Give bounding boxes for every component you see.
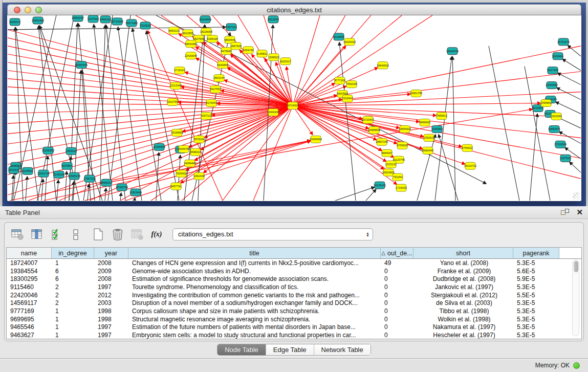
table-cell[interactable]: 1998 xyxy=(94,316,128,323)
graph-edge[interactable] xyxy=(335,187,375,201)
graph-node[interactable]: 1992010 xyxy=(66,147,77,155)
graph-edge[interactable] xyxy=(146,31,179,201)
graph-node[interactable]: 8267110 xyxy=(201,112,212,119)
graph-node[interactable]: 9899695 xyxy=(420,119,430,126)
table-cell[interactable]: Yano et al. (2008) xyxy=(413,259,513,267)
table-cell[interactable]: 0 xyxy=(381,275,413,282)
scrollbar-thumb[interactable] xyxy=(574,261,578,272)
graph-edge[interactable] xyxy=(570,162,581,172)
table-cell[interactable]: Changes of HCN gene expression and I(f) … xyxy=(128,259,381,267)
graph-edge[interactable] xyxy=(118,27,142,201)
graph-node[interactable]: 18226058 xyxy=(200,28,212,35)
graph-node[interactable]: 9466162 xyxy=(100,16,111,23)
graph-node[interactable]: 9146821 xyxy=(257,50,268,57)
graph-edge[interactable] xyxy=(88,184,89,201)
graph-node[interactable]: 7625402 xyxy=(176,170,187,177)
graph-edge[interactable] xyxy=(65,171,67,201)
window-resize-grip[interactable] xyxy=(573,192,580,200)
graph-node[interactable]: 8427552 xyxy=(210,86,221,93)
graph-node[interactable]: 1167531 xyxy=(560,155,571,162)
graph-node[interactable]: 8660123 xyxy=(169,27,180,34)
graph-edge[interactable] xyxy=(558,73,581,85)
graph-node[interactable]: 5878334 xyxy=(194,136,205,143)
graph-node[interactable]: 1691448 xyxy=(194,172,205,180)
graph-node[interactable]: 16671385 xyxy=(125,19,138,27)
graph-node[interactable]: 9227343 xyxy=(548,67,558,74)
table-cell[interactable]: 0 xyxy=(381,299,413,307)
graph-node[interactable]: 3919311 xyxy=(9,166,19,173)
table-cell[interactable]: Tourette syndrome. Phenomenology and cla… xyxy=(128,283,381,291)
table-cell[interactable]: 1998 xyxy=(94,308,128,315)
table-cell[interactable]: 2 xyxy=(52,299,94,307)
graph-edge[interactable] xyxy=(156,152,159,201)
table-cell[interactable]: 1 xyxy=(52,308,94,315)
graph-edge[interactable] xyxy=(8,106,293,144)
graph-node[interactable]: 15046788 xyxy=(178,145,190,152)
graph-node[interactable]: 7955812 xyxy=(437,112,447,119)
graph-edge[interactable] xyxy=(530,114,537,201)
graph-node[interactable]: 8475685 xyxy=(221,48,232,55)
table-cell[interactable]: Estimation of significance thresholds fo… xyxy=(128,275,381,282)
graph-node[interactable]: 1640954 xyxy=(432,125,443,133)
table-cell[interactable]: 1997 xyxy=(94,323,128,331)
table-row[interactable]: 1872400712008Changes of HCN gene express… xyxy=(7,259,581,267)
graph-edge[interactable] xyxy=(339,42,356,201)
graph-edge[interactable] xyxy=(293,92,581,106)
graph-node[interactable]: 15892971 xyxy=(548,125,560,133)
table-row[interactable]: 1456911722003Disruption of a novel membe… xyxy=(7,299,581,307)
graph-node[interactable]: 1810755 xyxy=(167,99,178,106)
table-cell[interactable]: Embryonic stem cells: a model to study s… xyxy=(128,332,381,339)
graph-node[interactable]: 8912955 xyxy=(183,30,193,37)
graph-node[interactable]: 1615132 xyxy=(386,161,397,168)
graph-edge[interactable] xyxy=(133,29,161,201)
graph-node[interactable]: 9218596 xyxy=(334,33,344,40)
graph-node[interactable]: 752254 xyxy=(393,173,403,181)
graph-node[interactable]: 9777169 xyxy=(335,77,345,84)
graph-node[interactable]: 9756928 xyxy=(397,142,408,149)
graph-node[interactable]: 17957223 xyxy=(83,175,96,182)
table-cell[interactable]: 0 xyxy=(381,323,413,331)
table-cell[interactable]: Dudbridge et al. (2008) xyxy=(413,275,513,282)
table-cell[interactable]: 0 xyxy=(381,316,413,323)
graph-node[interactable]: 12042737 xyxy=(37,170,50,177)
graph-node[interactable]: 20206556 xyxy=(153,143,165,150)
close-window-button[interactable] xyxy=(14,7,20,13)
column-header-title[interactable]: title xyxy=(128,248,381,258)
graph-edge[interactable] xyxy=(8,106,293,175)
table-row[interactable]: 977716911998Corpus callosum shape and si… xyxy=(7,307,581,315)
graph-node[interactable]: 6794022 xyxy=(462,144,473,151)
memory-status-icon[interactable] xyxy=(573,362,580,369)
graph-node[interactable]: 10719185 xyxy=(111,18,123,25)
table-cell[interactable]: Jankovic et al. (1997) xyxy=(413,283,513,291)
table-cell[interactable]: de Silva et al. (2003) xyxy=(413,299,513,307)
table-cell[interactable]: 1 xyxy=(52,332,94,339)
float-panel-button[interactable] xyxy=(561,209,569,216)
graph-node[interactable]: 1362615 xyxy=(424,134,434,141)
graph-node[interactable]: 16033809 xyxy=(199,16,211,23)
table-cell[interactable]: Corpus callosum shape and size in male p… xyxy=(128,308,381,315)
table-selector[interactable]: citations_edges.txt ▲▼ xyxy=(172,228,373,240)
citation-network-graph[interactable]: 2405572206914061065323715276029466162107… xyxy=(8,15,581,201)
graph-edge[interactable] xyxy=(366,189,376,201)
graph-edge[interactable] xyxy=(562,59,581,71)
table-vertical-scrollbar[interactable] xyxy=(572,259,579,336)
table-cell[interactable]: Hescheler et al. (1997) xyxy=(413,332,513,339)
minimize-window-button[interactable] xyxy=(25,7,31,13)
graph-edge[interactable] xyxy=(135,198,135,201)
table-cell[interactable]: 49 xyxy=(381,259,413,267)
graph-edge[interactable] xyxy=(78,24,95,201)
graph-node[interactable]: 20691406 xyxy=(32,17,44,24)
table-row[interactable]: 911546021997Tourette syndrome. Phenomeno… xyxy=(7,283,581,291)
graph-hub-node[interactable]: 18724007 xyxy=(287,102,299,110)
table-cell[interactable]: 5.3E-5 xyxy=(513,316,559,323)
graph-node[interactable]: 1603366 xyxy=(551,113,562,120)
table-cell[interactable]: Tibbo et al. (1998) xyxy=(413,308,513,315)
table-cell[interactable]: 9465546 xyxy=(7,323,52,331)
table-cell[interactable]: 5.3E-5 xyxy=(513,283,559,291)
table-cell[interactable]: 5.6E-5 xyxy=(513,268,559,275)
graph-node[interactable]: 16648784 xyxy=(446,48,459,55)
graph-node[interactable]: 1527602 xyxy=(88,15,99,23)
graph-edge[interactable] xyxy=(489,46,519,201)
column-header-in_degree[interactable]: in_degree xyxy=(52,248,94,258)
graph-edge[interactable] xyxy=(106,25,125,201)
